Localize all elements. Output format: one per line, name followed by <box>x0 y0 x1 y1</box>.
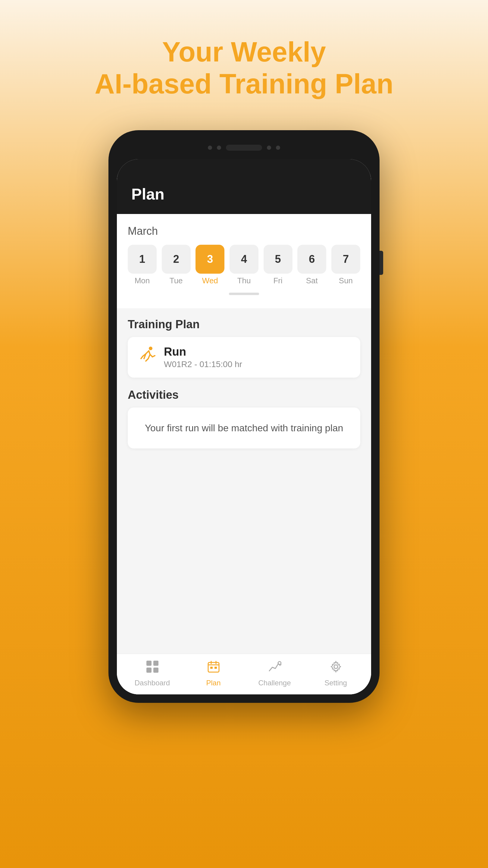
plan-icon <box>207 660 220 676</box>
training-card[interactable]: Run W01R2 - 01:15:00 hr <box>128 337 360 378</box>
phone-dot-1 <box>208 146 212 150</box>
calendar-section: March 1 Mon 2 Tue 3 Wed <box>117 214 371 308</box>
training-detail: W01R2 - 01:15:00 hr <box>164 360 242 369</box>
nav-label-dashboard: Dashboard <box>135 679 170 687</box>
day-number-4: 4 <box>230 245 258 274</box>
nav-label-plan: Plan <box>206 679 221 687</box>
svg-line-12 <box>281 664 281 665</box>
day-label-mon: Mon <box>135 276 150 285</box>
phone-dot-2 <box>217 146 221 150</box>
training-plan-title: Training Plan <box>128 318 360 331</box>
training-name: Run <box>164 345 242 358</box>
calendar-day-sun[interactable]: 7 Sun <box>331 245 360 285</box>
run-icon <box>137 345 157 369</box>
dashboard-icon <box>146 660 159 676</box>
middle-content[interactable]: Training Plan <box>117 308 371 654</box>
svg-rect-4 <box>153 668 158 673</box>
training-info: Run W01R2 - 01:15:00 hr <box>164 345 242 369</box>
calendar-day-sat[interactable]: 6 Sat <box>297 245 326 285</box>
svg-rect-9 <box>210 667 213 669</box>
phone-screen: Plan March 1 Mon 2 Tue <box>117 159 371 694</box>
svg-rect-2 <box>153 661 158 666</box>
svg-point-0 <box>149 347 153 350</box>
day-label-thu: Thu <box>237 276 251 285</box>
svg-rect-1 <box>147 661 152 666</box>
nav-label-challenge: Challenge <box>258 679 291 687</box>
phone-dot-3 <box>267 146 271 150</box>
bottom-nav: Dashboard Plan <box>117 654 371 694</box>
app-content: Plan March 1 Mon 2 Tue <box>117 174 371 694</box>
phone-top-bar <box>117 138 371 157</box>
nav-label-setting: Setting <box>324 679 347 687</box>
day-label-wed: Wed <box>202 276 218 285</box>
day-number-5: 5 <box>264 245 293 274</box>
day-number-3: 3 <box>195 245 224 274</box>
page-title: Your Weekly AI-based Training Plan <box>95 36 393 100</box>
svg-point-13 <box>334 665 338 669</box>
side-button <box>380 251 383 275</box>
phone-speaker <box>226 145 262 151</box>
calendar-day-thu[interactable]: 4 Thu <box>230 245 258 285</box>
app-header-title: Plan <box>131 185 164 203</box>
svg-rect-3 <box>147 668 152 673</box>
phone-frame: Plan March 1 Mon 2 Tue <box>108 130 380 703</box>
phone-dot-4 <box>276 146 280 150</box>
challenge-icon <box>268 660 281 676</box>
calendar-month: March <box>128 225 360 238</box>
day-label-sat: Sat <box>306 276 318 285</box>
svg-rect-10 <box>215 667 217 669</box>
calendar-day-mon[interactable]: 1 Mon <box>128 245 157 285</box>
nav-item-plan[interactable]: Plan <box>195 660 232 687</box>
activities-card: Your first run will be matched with trai… <box>128 407 360 448</box>
status-bar <box>117 159 371 174</box>
svg-rect-5 <box>208 662 219 672</box>
day-label-sun: Sun <box>339 276 353 285</box>
day-label-tue: Tue <box>170 276 183 285</box>
activities-empty-message: Your first run will be matched with trai… <box>138 421 350 435</box>
nav-item-challenge[interactable]: Challenge <box>257 660 293 687</box>
nav-item-dashboard[interactable]: Dashboard <box>134 660 170 687</box>
day-number-7: 7 <box>331 245 360 274</box>
day-number-6: 6 <box>297 245 326 274</box>
calendar-day-wed[interactable]: 3 Wed <box>195 245 224 285</box>
scroll-bar <box>229 293 259 295</box>
activities-title: Activities <box>128 389 360 401</box>
calendar-day-fri[interactable]: 5 Fri <box>264 245 293 285</box>
day-label-fri: Fri <box>273 276 282 285</box>
app-header: Plan <box>117 174 371 214</box>
scroll-indicator <box>128 293 360 295</box>
nav-item-setting[interactable]: Setting <box>318 660 354 687</box>
day-number-2: 2 <box>162 245 191 274</box>
setting-icon <box>329 660 343 676</box>
calendar-day-tue[interactable]: 2 Tue <box>162 245 191 285</box>
day-number-1: 1 <box>128 245 157 274</box>
calendar-days: 1 Mon 2 Tue 3 Wed 4 <box>128 245 360 285</box>
